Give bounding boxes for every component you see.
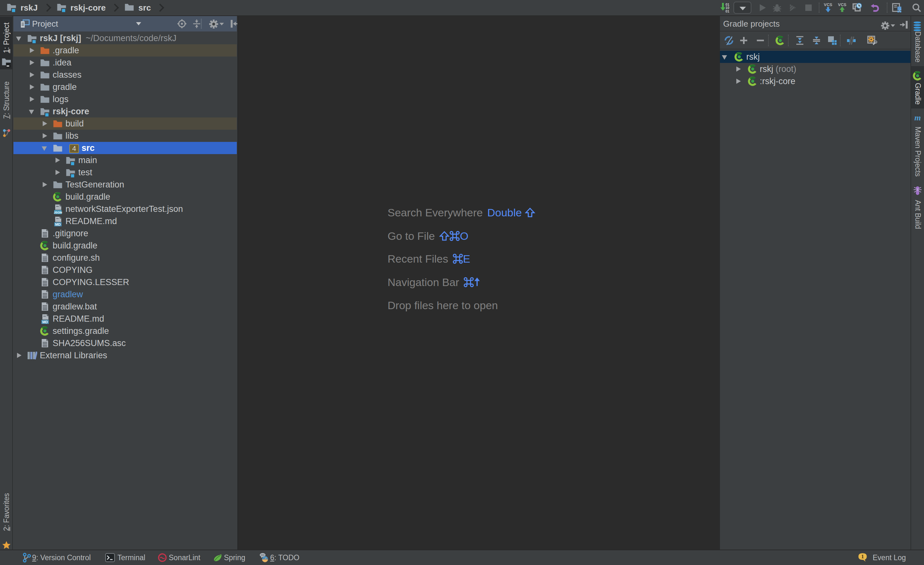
- svg-text:1: 1: [861, 553, 864, 559]
- svg-text:MD: MD: [55, 222, 61, 226]
- svg-text:VCS: VCS: [824, 3, 832, 7]
- svg-text:MD: MD: [42, 320, 48, 324]
- svg-text:VCS: VCS: [838, 3, 847, 7]
- svg-text:JSON: JSON: [54, 210, 62, 214]
- svg-text:m: m: [914, 113, 921, 122]
- svg-text:01: 01: [725, 9, 729, 13]
